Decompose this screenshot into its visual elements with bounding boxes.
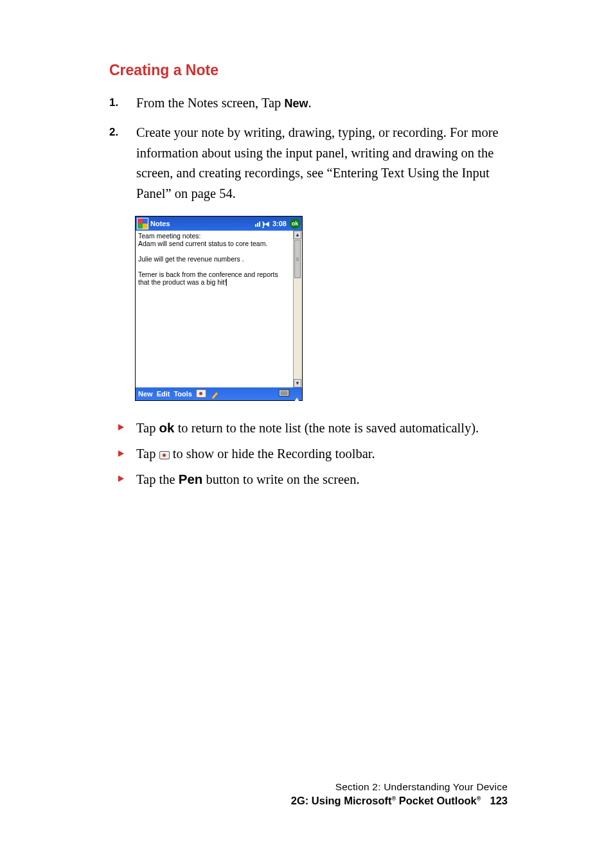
toolbar-new[interactable]: New bbox=[137, 390, 154, 398]
footer-section: Section 2: Understanding Your Device bbox=[109, 781, 508, 793]
scrollbar[interactable]: ▲ ▼ bbox=[293, 231, 302, 387]
pocketpc-titlebar: Notes 3:08 ok bbox=[136, 217, 302, 231]
app-title: Notes bbox=[150, 220, 170, 227]
bold: ok bbox=[159, 420, 175, 435]
section-heading: Creating a Note bbox=[109, 62, 508, 79]
text: to show or hide the Recording toolbar. bbox=[170, 447, 375, 461]
step-1: 1. From the Notes screen, Tap New. bbox=[109, 93, 508, 114]
recording-icon bbox=[159, 451, 170, 459]
step-number: 2. bbox=[109, 124, 118, 141]
text: Tap bbox=[136, 447, 159, 461]
text: . bbox=[308, 96, 311, 110]
pocketpc-window: Notes 3:08 ok Team meeting notes: Adam w… bbox=[135, 216, 303, 401]
text: From the Notes screen, Tap bbox=[136, 96, 284, 110]
text-cursor bbox=[226, 279, 227, 286]
step-number: 1. bbox=[109, 94, 118, 111]
step-2: 2. Create your note by writing, drawing,… bbox=[109, 123, 508, 204]
clock: 3:08 bbox=[272, 220, 287, 227]
keyboard-icon[interactable] bbox=[278, 389, 290, 398]
embedded-screenshot: Notes 3:08 ok Team meeting notes: Adam w… bbox=[135, 216, 303, 401]
pen-icon[interactable] bbox=[209, 389, 220, 399]
scroll-down-icon[interactable]: ▼ bbox=[294, 379, 301, 387]
tip-pen: Tap the Pen button to write on the scree… bbox=[109, 469, 508, 490]
ok-button[interactable]: ok bbox=[290, 218, 300, 229]
bold: New bbox=[284, 97, 308, 110]
step-body: Create your note by writing, drawing, ty… bbox=[136, 125, 499, 200]
steps-list: 1. From the Notes screen, Tap New. 2. Cr… bbox=[109, 93, 508, 204]
page-footer: Section 2: Understanding Your Device 2G:… bbox=[109, 781, 508, 807]
tip-ok: Tap ok to return to the note list (the n… bbox=[109, 418, 508, 439]
recording-icon[interactable] bbox=[195, 389, 208, 398]
note-text[interactable]: Team meeting notes: Adam will send curre… bbox=[138, 232, 290, 286]
keyboard-toggle-arrow-icon[interactable] bbox=[292, 390, 301, 398]
scroll-thumb[interactable] bbox=[294, 240, 301, 278]
step-body: From the Notes screen, Tap New. bbox=[136, 96, 312, 110]
page-content: Creating a Note 1. From the Notes screen… bbox=[109, 62, 508, 495]
page-number: 123 bbox=[490, 795, 508, 806]
tip-recording: Tap to show or hide the Recording toolba… bbox=[109, 444, 508, 465]
pocketpc-toolbar: New Edit Tools bbox=[136, 387, 302, 400]
text: button to write on the screen. bbox=[202, 472, 359, 486]
speaker-icon[interactable] bbox=[265, 222, 269, 227]
bullet-icon bbox=[118, 450, 124, 457]
bullet-icon bbox=[118, 475, 124, 482]
toolbar-edit[interactable]: Edit bbox=[155, 390, 172, 398]
footer-chapter: 2G: Using Microsoft® Pocket Outlook®123 bbox=[109, 795, 508, 807]
tips-list: Tap ok to return to the note list (the n… bbox=[109, 418, 508, 490]
text: Tap the bbox=[136, 472, 179, 486]
scroll-up-icon[interactable]: ▲ bbox=[294, 231, 301, 239]
bullet-icon bbox=[118, 424, 124, 430]
toolbar-tools[interactable]: Tools bbox=[172, 390, 193, 398]
signal-icon[interactable] bbox=[255, 220, 262, 227]
note-body[interactable]: Team meeting notes: Adam will send curre… bbox=[136, 231, 302, 387]
bold: Pen bbox=[179, 472, 203, 486]
text: to return to the note list (the note is … bbox=[175, 421, 479, 435]
text: Tap bbox=[136, 421, 159, 435]
start-flag-icon[interactable] bbox=[137, 218, 148, 229]
